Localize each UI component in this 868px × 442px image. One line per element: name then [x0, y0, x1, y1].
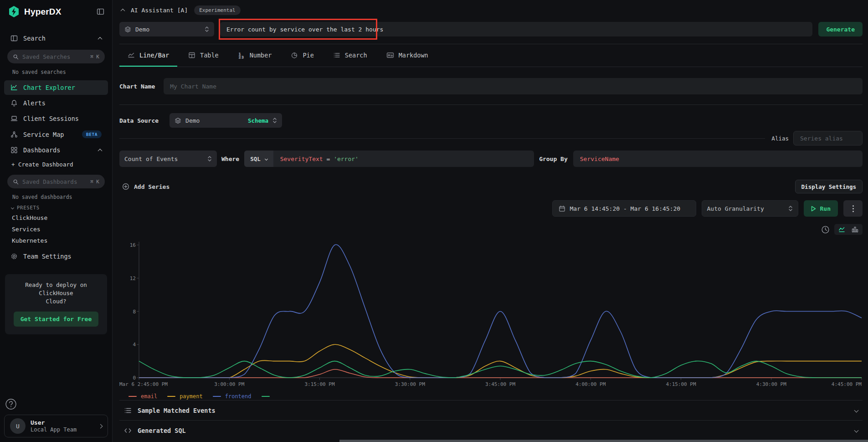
sidebar-item-alerts[interactable]: Alerts [4, 96, 108, 110]
sql-language-select[interactable]: SQL [244, 151, 273, 167]
saved-searches-search[interactable]: ⌘ K [7, 50, 105, 63]
gear-icon [10, 253, 18, 260]
data-source-select[interactable]: Demo Schema [169, 113, 282, 128]
bar-view-icon[interactable] [852, 226, 858, 233]
sidebar-item-chart-explorer[interactable]: Chart Explorer [4, 80, 108, 95]
circle-plus-icon [122, 183, 129, 190]
preset-services[interactable]: Services [4, 224, 108, 235]
select-chevrons-icon [272, 117, 277, 124]
legend-item-email[interactable]: email [128, 393, 157, 400]
collapse-assistant-icon[interactable] [121, 8, 125, 13]
svg-text:2: 2 [239, 55, 241, 59]
number-icon: 1 2 3 [238, 52, 245, 59]
legend-dash [128, 396, 137, 397]
svg-text:3: 3 [241, 55, 243, 59]
hyperdx-logo[interactable]: HyperDX [8, 5, 62, 18]
cloud-card-text-line2: Cloud? [10, 297, 102, 306]
x-axis-label: Mar 6 2:45:00 PM [119, 381, 168, 387]
tab-table[interactable]: Table [180, 44, 227, 67]
alias-input[interactable] [793, 131, 863, 146]
ai-prompt-input[interactable] [220, 22, 812, 36]
more-options-button[interactable] [843, 200, 863, 217]
data-source-label: Data Source [119, 117, 159, 124]
timeseries-chart[interactable]: 0481216Mar 6 2:45:00 PM3:00:00 PM3:15:00… [119, 239, 863, 390]
chart-legend: email payment frontend [119, 393, 863, 400]
sidebar-item-label: Dashboards [23, 146, 60, 154]
sidebar-item-label: Alerts [23, 99, 46, 107]
logo-text: HyperDX [24, 7, 62, 17]
play-icon [811, 206, 816, 212]
ai-source-select[interactable]: Demo [119, 22, 214, 36]
get-started-button[interactable]: Get Started for Free [14, 312, 98, 327]
table-icon [188, 52, 195, 59]
chevron-down-icon [11, 206, 14, 209]
select-chevrons-icon [207, 156, 212, 162]
saved-dashboards-search[interactable]: ⌘ K [7, 175, 105, 188]
granularity-value: Auto Granularity [707, 205, 764, 212]
preset-kubernetes[interactable]: Kubernetes [4, 235, 108, 246]
cloud-card-text-line1: Ready to deploy on ClickHouse [10, 281, 102, 297]
sidebar-item-dashboards[interactable]: Dashboards [4, 143, 108, 157]
horizontal-scrollbar[interactable] [339, 440, 868, 442]
presets-header[interactable]: PRESETS [4, 201, 108, 212]
y-axis-label: 4 [133, 342, 136, 348]
hyperdx-logo-icon [8, 5, 20, 18]
tab-number[interactable]: 1 2 3 Number [230, 44, 280, 67]
generate-button[interactable]: Generate [818, 22, 863, 36]
chart-name-input[interactable] [164, 78, 863, 94]
chart-type-tabs: Line/Bar Table 1 2 3 Number [119, 44, 863, 67]
collapse-sidebar-icon[interactable] [97, 8, 104, 16]
where-editor[interactable]: SQL SeverityText = 'error' [244, 151, 534, 167]
sample-matched-events-section[interactable]: Sample Matched Events [119, 400, 863, 420]
rows-icon [124, 407, 132, 414]
beta-badge: BETA [82, 130, 102, 138]
add-series-button[interactable]: Add Series [119, 183, 169, 190]
search-section-icon [10, 35, 18, 42]
chevron-up-icon [98, 36, 103, 41]
group-by-input[interactable]: ServiceName [573, 151, 863, 167]
chevron-down-icon [265, 157, 268, 160]
create-dashboard-button[interactable]: + Create Dashboard [4, 158, 108, 171]
chart-explorer-icon [10, 84, 18, 91]
y-axis-label: 12 [130, 275, 136, 281]
x-axis-label: 3:15:00 PM [304, 381, 334, 387]
dashboards-icon [10, 146, 18, 154]
legend-item-payment[interactable]: payment [167, 393, 203, 400]
tab-line-bar[interactable]: Line/Bar [119, 44, 177, 67]
user-menu[interactable]: U User Local App Team [4, 415, 108, 437]
legend-item-unnamed[interactable] [262, 396, 274, 397]
line-view-icon[interactable] [838, 226, 846, 233]
sidebar-item-search[interactable]: Search [4, 31, 108, 46]
where-expression[interactable]: SeverityText = 'error' [273, 156, 365, 162]
alias-label: Alias [771, 135, 789, 142]
select-chevrons-icon [205, 26, 209, 32]
display-settings-button[interactable]: Display Settings [795, 180, 863, 193]
line-chart-icon [128, 52, 135, 59]
chart-style-toggle [834, 224, 863, 235]
generated-sql-section[interactable]: Generated SQL [119, 420, 863, 440]
sidebar-item-label: Chart Explorer [23, 84, 75, 91]
sidebar-item-label: Team Settings [23, 253, 72, 260]
schema-link[interactable]: Schema [248, 117, 268, 124]
aggregation-value: Count of Events [124, 156, 178, 162]
select-chevrons-icon [788, 205, 793, 212]
tab-pie[interactable]: Pie [282, 44, 322, 67]
chevron-right-icon [98, 424, 103, 428]
tab-search[interactable]: Search [325, 44, 375, 67]
run-button[interactable]: Run [804, 200, 838, 217]
saved-dashboards-input[interactable] [22, 178, 87, 185]
time-icon[interactable] [821, 225, 830, 234]
tab-markdown[interactable]: Markdown [378, 44, 437, 67]
x-axis-label: 4:00:00 PM [575, 381, 606, 387]
y-axis-label: 8 [133, 308, 136, 314]
sidebar-item-client-sessions[interactable]: Client Sessions [4, 111, 108, 126]
sidebar-item-service-map[interactable]: Service Map BETA [4, 127, 108, 142]
sidebar-item-team-settings[interactable]: Team Settings [4, 249, 108, 264]
aggregation-select[interactable]: Count of Events [119, 151, 217, 167]
help-icon[interactable] [5, 398, 17, 410]
preset-clickhouse[interactable]: ClickHouse [4, 212, 108, 224]
granularity-select[interactable]: Auto Granularity [702, 200, 798, 217]
saved-searches-input[interactable] [22, 53, 87, 60]
time-range-picker[interactable]: Mar 6 14:45:20 - Mar 6 16:45:20 [552, 200, 696, 217]
legend-item-frontend[interactable]: frontend [213, 393, 252, 400]
